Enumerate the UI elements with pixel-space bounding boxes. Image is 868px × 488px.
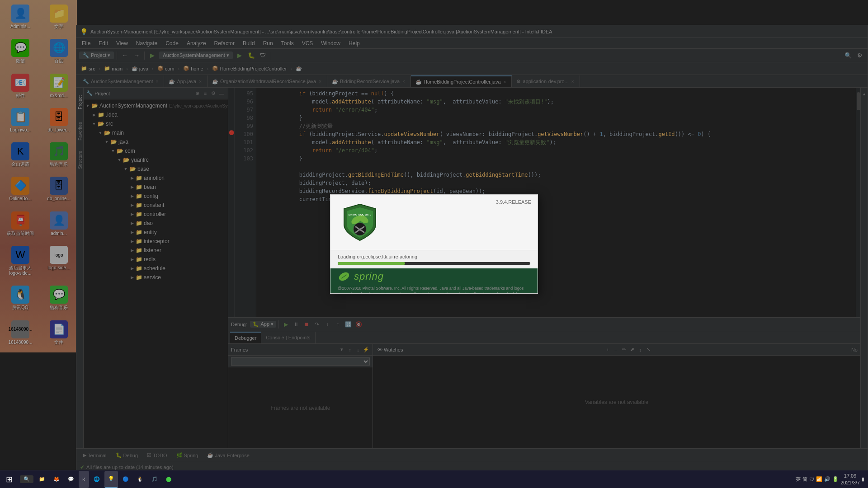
taskbar-greenapp[interactable]: ⬤ [162, 471, 175, 488]
taskbar-ie[interactable]: 🌐 [90, 471, 104, 488]
taskbar-clock[interactable]: 17:09 2021/3/7 [840, 473, 860, 486]
taskbar-qqmusic[interactable]: 🎵 [148, 471, 161, 488]
splash-bottom: spring @2007-2018 Pivotal Software, Inc.… [330, 268, 538, 294]
tray-lang[interactable]: 简 [802, 476, 807, 483]
splash-top: SPRING TOOL SUITE 3.9.4.RELEASE [330, 195, 538, 250]
spring-logo-row: spring [338, 270, 384, 283]
windows-start-button[interactable]: ⊞ [0, 470, 18, 488]
taskbar-wechat[interactable]: 💬 [64, 471, 78, 488]
taskbar-system-tray: 英 简 🛡 📶 🔊 🔋 17:09 2021/3/7 ▮ [796, 473, 868, 486]
taskbar-firefox[interactable]: 🦊 [50, 471, 63, 488]
splash-progress-bar-container [338, 262, 530, 265]
taskbar-qq[interactable]: 🐧 [133, 471, 147, 488]
taskbar-search-bar[interactable]: 🔍 [20, 475, 33, 483]
tray-battery[interactable]: 🔋 [832, 476, 839, 482]
tray-network[interactable]: 📶 [816, 476, 822, 482]
taskbar-time-display: 17:09 [840, 473, 860, 479]
splash-logo-area: SPRING TOOL SUITE [340, 202, 380, 243]
tray-ime[interactable]: 英 [796, 476, 801, 483]
spring-word-logo: spring [354, 271, 384, 282]
search-bar-icon: 🔍 [24, 476, 30, 482]
splash-dialog: SPRING TOOL SUITE 3.9.4.RELEASE Loading … [330, 194, 538, 294]
taskbar-k[interactable]: K [79, 471, 89, 488]
taskbar-pinned-items: 📁 🦊 💬 K 🌐 💡 🔵 🐧 🎵 ⬤ [35, 471, 175, 488]
tray-volume[interactable]: 🔊 [824, 476, 830, 482]
splash-version: 3.9.4.RELEASE [496, 199, 531, 205]
spring-leaf-icon [338, 270, 350, 283]
loading-text: Loading org.eclipse.ltk.ui.refactoring [338, 254, 530, 259]
taskbar-chrome[interactable]: 🔵 [119, 471, 132, 488]
windows-taskbar: ⊞ 🔍 📁 🦊 💬 K 🌐 💡 🔵 🐧 🎵 ⬤ 英 简 🛡 📶 🔊 🔋 17:0… [0, 470, 868, 488]
taskbar-intellij[interactable]: 💡 [104, 471, 118, 488]
splash-copyright: @2007-2018 Pivotal Software, Inc. All Ri… [338, 286, 530, 294]
tray-firewall[interactable]: 🛡 [809, 477, 814, 482]
splash-loading-section: Loading org.eclipse.ltk.ui.refactoring [330, 250, 538, 268]
taskbar-explorer[interactable]: 📁 [35, 471, 49, 488]
splash-progress-bar-fill [338, 262, 405, 265]
svg-text:SPRING TOOL SUITE: SPRING TOOL SUITE [349, 213, 372, 216]
spring-shield-logo: SPRING TOOL SUITE [340, 202, 380, 243]
splash-overlay: SPRING TOOL SUITE 3.9.4.RELEASE Loading … [0, 0, 868, 488]
taskbar-date-display: 2021/3/7 [840, 479, 860, 486]
tray-show-desktop[interactable]: ▮ [862, 476, 864, 482]
